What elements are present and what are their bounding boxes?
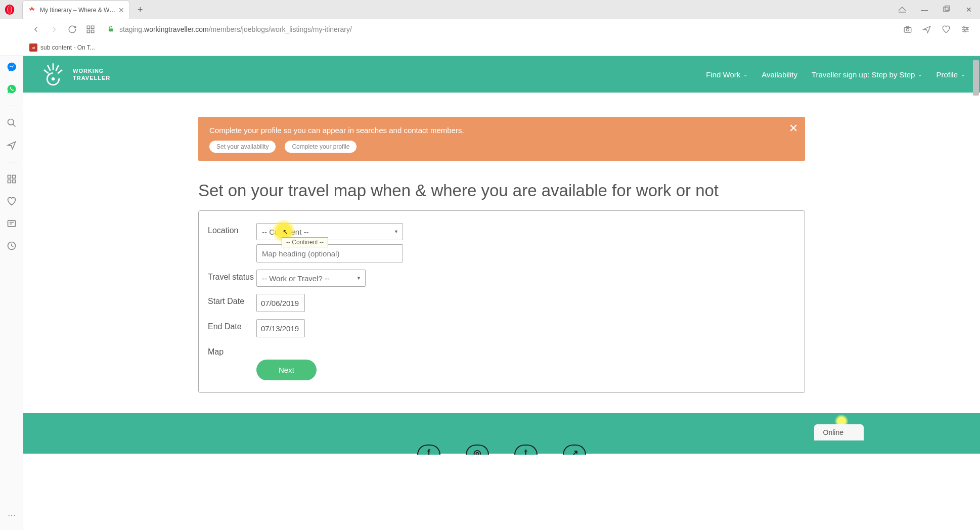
facebook-icon[interactable]: f [417, 445, 440, 455]
svg-rect-6 [87, 26, 90, 28]
map-heading-input[interactable] [256, 244, 403, 262]
start-date-input[interactable] [256, 294, 305, 312]
reload-button[interactable] [67, 24, 78, 35]
svg-point-17 [966, 29, 968, 30]
svg-point-2 [8, 6, 11, 14]
map-label: Map [208, 344, 256, 357]
browser-sidebar: ⋯ [0, 56, 23, 530]
whatsapp-icon[interactable] [6, 83, 17, 95]
sidebar-more-icon[interactable]: ⋯ [6, 509, 17, 520]
svg-rect-21 [8, 175, 11, 179]
end-date-label: End Date [208, 319, 256, 331]
tab-favicon-icon [28, 6, 36, 14]
complete-profile-button[interactable]: Complete your profile [285, 141, 357, 153]
extensions-icon[interactable] [6, 173, 17, 185]
nav-find-work[interactable]: Find Work⌄ [706, 70, 747, 79]
svg-line-33 [56, 65, 58, 71]
main-nav: Find Work⌄ Availability Traveller sign u… [706, 70, 965, 79]
svg-rect-4 [944, 7, 948, 12]
svg-line-32 [48, 65, 50, 71]
tab-bar: My Itinerary – Where & W… ✕ + ― ✕ [0, 0, 980, 19]
tab-title: My Itinerary – Where & W… [40, 7, 115, 14]
svg-rect-7 [92, 26, 94, 28]
heart-icon[interactable] [941, 24, 952, 35]
social-links: f ◎ t ↗ [417, 445, 586, 455]
close-window-button[interactable]: ✕ [963, 6, 975, 14]
bookmark-item[interactable]: ot sub content - On T... [27, 42, 97, 53]
forward-button[interactable] [49, 24, 60, 35]
svg-line-35 [58, 70, 62, 73]
svg-rect-23 [8, 180, 11, 183]
chevron-down-icon: ⌄ [961, 72, 965, 77]
svg-point-19 [8, 119, 14, 125]
url-text: staging.workingtraveller.com/members/joe… [119, 25, 352, 33]
bookmark-bar: ot sub content - On T... [0, 39, 980, 56]
flow-icon[interactable] [6, 140, 17, 151]
site-header: WORKING TRAVELLER Find Work⌄ Availabilit… [23, 56, 980, 93]
svg-point-30 [52, 78, 54, 80]
menu-icon[interactable] [960, 24, 971, 35]
nav-availability[interactable]: Availability [762, 70, 797, 79]
maximize-button[interactable] [941, 6, 953, 14]
nav-signup[interactable]: Traveller sign up: Step by Step⌄ [812, 70, 922, 79]
history-icon[interactable] [6, 240, 17, 251]
alert-text: Complete your profile so you can appear … [209, 126, 794, 135]
svg-line-34 [44, 70, 49, 73]
travel-status-select[interactable]: -- Work or Travel? -- [256, 270, 366, 287]
logo-icon [38, 60, 68, 89]
svg-point-12 [906, 28, 909, 31]
search-icon[interactable] [6, 117, 17, 128]
opera-logo[interactable] [2, 2, 17, 17]
instagram-icon[interactable]: ◎ [466, 445, 489, 455]
alert-close-icon[interactable]: ✕ [789, 122, 798, 135]
bookmark-favicon-icon: ot [29, 43, 37, 52]
next-button[interactable]: Next [256, 360, 317, 380]
bookmarks-icon[interactable] [6, 196, 17, 207]
page-heading: Set on your travel map when & where you … [198, 181, 805, 200]
location-label: Location [208, 223, 256, 235]
chevron-down-icon: ⌄ [743, 72, 747, 77]
page-content: WORKING TRAVELLER Find Work⌄ Availabilit… [23, 56, 980, 530]
send-icon[interactable] [921, 24, 932, 35]
svg-point-18 [964, 30, 965, 32]
svg-point-16 [963, 27, 965, 28]
svg-rect-22 [12, 175, 15, 179]
downloads-icon[interactable] [896, 6, 908, 14]
snapshot-icon[interactable] [902, 24, 913, 35]
tab-close-icon[interactable]: ✕ [118, 6, 124, 14]
speed-dial-icon[interactable] [85, 24, 96, 35]
continent-tooltip: -- Continent -- [282, 237, 328, 247]
svg-rect-8 [87, 30, 90, 33]
start-date-label: Start Date [208, 294, 256, 306]
browser-chrome: My Itinerary – Where & W… ✕ + ― ✕ stagin… [0, 0, 980, 56]
share-icon[interactable]: ↗ [563, 445, 586, 455]
svg-rect-10 [109, 28, 113, 31]
svg-line-20 [13, 124, 15, 127]
nav-profile[interactable]: Profile⌄ [936, 70, 965, 79]
messenger-icon[interactable] [6, 61, 17, 72]
back-button[interactable] [30, 24, 41, 35]
scrollbar-thumb[interactable] [973, 60, 979, 96]
minimize-button[interactable]: ― [918, 6, 930, 14]
travel-status-label: Travel status [208, 270, 256, 282]
set-availability-button[interactable]: Set your availability [209, 141, 276, 153]
site-logo[interactable]: WORKING TRAVELLER [38, 60, 110, 89]
twitter-icon[interactable]: t [514, 445, 538, 455]
end-date-input[interactable] [256, 319, 305, 337]
address-bar: staging.workingtraveller.com/members/joe… [0, 19, 980, 39]
window-controls: ― ✕ [896, 6, 980, 14]
svg-rect-9 [92, 30, 94, 33]
new-tab-button[interactable]: + [133, 3, 147, 17]
svg-rect-24 [12, 180, 15, 183]
bookmark-label: sub content - On T... [40, 44, 95, 51]
news-icon[interactable] [6, 218, 17, 229]
logo-text: WORKING TRAVELLER [73, 67, 110, 82]
lock-icon [107, 25, 114, 34]
svg-rect-5 [945, 6, 950, 10]
online-status-badge[interactable]: Online [814, 424, 864, 440]
chevron-down-icon: ⌄ [918, 72, 922, 77]
profile-alert: Complete your profile so you can appear … [198, 117, 805, 161]
continent-select[interactable]: -- Continent -- [256, 223, 403, 240]
browser-tab[interactable]: My Itinerary – Where & W… ✕ [22, 1, 130, 19]
url-field[interactable]: staging.workingtraveller.com/members/joe… [103, 25, 895, 34]
